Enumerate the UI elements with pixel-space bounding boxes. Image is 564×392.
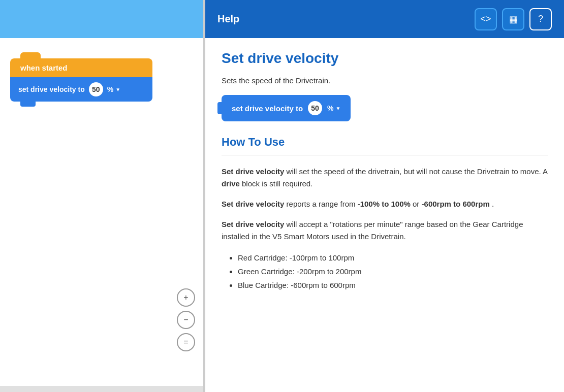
para-1-bold2: drive bbox=[222, 179, 240, 188]
list-item-green: Green Cartridge: -200rpm to 200rpm bbox=[238, 265, 548, 278]
velocity-value-bubble[interactable]: 50 bbox=[89, 82, 103, 96]
blocks-area: when started set drive velocity to 50 % … bbox=[0, 38, 203, 112]
question-icon: ? bbox=[538, 14, 543, 24]
block-preview-label: set drive velocity to bbox=[232, 104, 303, 113]
zoom-controls: + − = bbox=[177, 288, 195, 351]
para-1: Set drive velocity will set the speed of… bbox=[222, 166, 548, 190]
para-3-bold: Set drive velocity bbox=[222, 220, 284, 228]
right-panel: Help <> ▦ ? Set drive velocity Sets the … bbox=[205, 0, 564, 392]
para-2-bold2: -100% to 100% bbox=[358, 200, 411, 208]
help-description: Sets the speed of the Drivetrain. bbox=[222, 75, 548, 87]
left-panel-top-bar bbox=[0, 0, 203, 38]
para-2-bold3: -600rpm to 600rpm bbox=[422, 200, 490, 208]
para-2-text: reports a range from bbox=[287, 200, 358, 208]
para-1-text2: block is still required. bbox=[242, 179, 312, 188]
help-content: Set drive velocity Sets the speed of the… bbox=[205, 38, 564, 392]
unit-dropdown[interactable]: % ▼ bbox=[107, 85, 120, 93]
dropdown-arrow-icon: ▼ bbox=[115, 87, 120, 92]
block-stack: when started set drive velocity to 50 % … bbox=[10, 58, 152, 102]
para-2: Set drive velocity reports a range from … bbox=[222, 198, 548, 210]
para-2-text3: . bbox=[492, 200, 494, 208]
list-item-red: Red Cartridge: -100rpm to 100rpm bbox=[238, 251, 548, 265]
help-question-button[interactable]: ? bbox=[529, 8, 552, 30]
set-drive-velocity-block[interactable]: set drive velocity to 50 % ▼ bbox=[10, 77, 152, 102]
zoom-reset-button[interactable]: = bbox=[177, 333, 195, 351]
velocity-value: 50 bbox=[92, 85, 100, 93]
help-header-title: Help bbox=[217, 13, 239, 25]
preview-value: 50 bbox=[311, 104, 319, 112]
para-3: Set drive velocity will accept a "rotati… bbox=[222, 218, 548, 243]
grid-view-button[interactable]: ▦ bbox=[502, 8, 524, 30]
when-started-label: when started bbox=[20, 63, 68, 72]
preview-unit-dropdown: % ▼ bbox=[327, 104, 340, 112]
para-1-bold: Set drive velocity bbox=[222, 167, 284, 176]
block-preview: set drive velocity to 50 % ▼ bbox=[222, 95, 351, 121]
zoom-out-button[interactable]: − bbox=[177, 311, 195, 329]
zoom-in-button[interactable]: + bbox=[177, 288, 195, 307]
help-content-title: Set drive velocity bbox=[222, 50, 548, 67]
para-1-text: will set the speed of the drivetrain, bu… bbox=[287, 167, 548, 176]
left-panel: when started set drive velocity to 50 % … bbox=[0, 0, 203, 392]
para-2-bold: Set drive velocity bbox=[222, 200, 284, 208]
grid-icon: ▦ bbox=[509, 14, 518, 25]
list-item-blue: Blue Cartridge: -600rpm to 600rpm bbox=[238, 278, 548, 292]
code-view-button[interactable]: <> bbox=[475, 8, 497, 30]
command-label: set drive velocity to bbox=[18, 85, 85, 93]
preview-unit: % bbox=[327, 104, 333, 112]
code-icon: <> bbox=[480, 14, 491, 24]
left-panel-scrollbar[interactable] bbox=[0, 386, 203, 392]
help-header: Help <> ▦ ? bbox=[205, 0, 564, 38]
how-to-use-heading: How To Use bbox=[222, 136, 548, 149]
preview-dropdown-arrow-icon: ▼ bbox=[336, 106, 341, 111]
help-icons: <> ▦ ? bbox=[475, 8, 552, 30]
unit-label: % bbox=[107, 85, 113, 93]
preview-value-bubble: 50 bbox=[308, 101, 322, 115]
para-2-text2: or bbox=[413, 200, 422, 208]
when-started-block[interactable]: when started bbox=[10, 58, 152, 77]
section-divider bbox=[222, 155, 548, 155]
cartridge-list: Red Cartridge: -100rpm to 100rpm Green C… bbox=[238, 251, 548, 292]
